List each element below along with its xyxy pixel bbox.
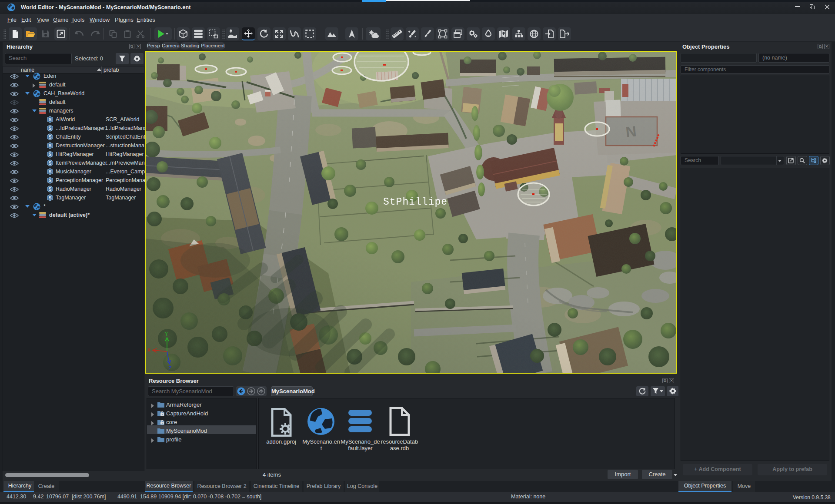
svg-text:S: S: [49, 126, 52, 131]
svg-text:S: S: [49, 196, 52, 200]
svg-text:S: S: [49, 135, 52, 139]
svg-text:S: S: [49, 187, 52, 192]
svg-text:S: S: [49, 143, 52, 148]
svg-text:S: S: [49, 152, 52, 157]
svg-text:S: S: [49, 117, 52, 122]
svg-text:S: S: [49, 161, 52, 166]
svg-text:S: S: [49, 178, 52, 183]
svg-text:S: S: [49, 169, 52, 174]
